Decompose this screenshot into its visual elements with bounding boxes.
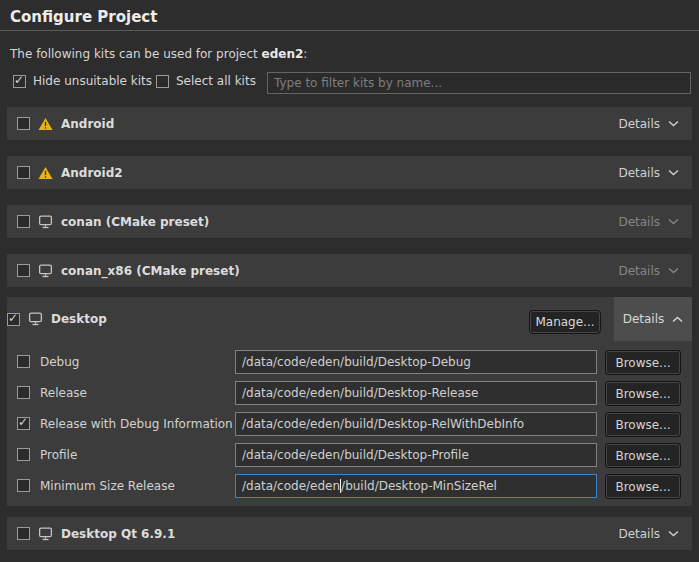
kit-checkbox[interactable]: [7, 313, 20, 326]
details-button[interactable]: Details: [605, 107, 692, 140]
chevron-down-icon: [668, 267, 679, 274]
build-config-label: Release with Debug Information: [40, 412, 233, 436]
desktop-icon: [38, 264, 53, 278]
build-config-row-profile: Profile Browse...: [7, 443, 692, 467]
kit-name: Android: [61, 117, 114, 131]
build-config-checkbox[interactable]: [17, 479, 30, 492]
details-label: Details: [618, 166, 660, 180]
details-label: Details: [623, 312, 665, 326]
desktop-icon: [28, 312, 43, 326]
page-title: Configure Project: [10, 8, 157, 26]
select-all-checkbox[interactable]: [156, 75, 169, 88]
browse-button[interactable]: Browse...: [605, 412, 681, 437]
desktop-icon: [38, 527, 53, 541]
kit-row-conan[interactable]: conan (CMake preset) Details: [7, 205, 692, 238]
kit-checkbox[interactable]: [17, 117, 30, 130]
build-dir-input-profile[interactable]: [235, 443, 597, 467]
chevron-down-icon: [668, 120, 679, 127]
kit-checkbox[interactable]: [17, 166, 30, 179]
kit-name: Desktop: [51, 312, 107, 326]
build-dir-input-debug[interactable]: [235, 350, 597, 374]
build-config-checkbox[interactable]: [17, 448, 30, 461]
kit-row-conan-x86[interactable]: conan_x86 (CMake preset) Details: [7, 254, 692, 287]
desktop-icon: [38, 215, 53, 229]
details-label: Details: [618, 215, 660, 229]
browse-button[interactable]: Browse...: [605, 381, 681, 406]
build-config-label: Release: [40, 381, 87, 405]
browse-button[interactable]: Browse...: [605, 474, 681, 499]
details-label: Details: [618, 527, 660, 541]
select-all-label: Select all kits: [176, 74, 256, 88]
build-config-row-debug: Debug Browse...: [7, 350, 692, 374]
project-name: eden2: [262, 47, 304, 61]
kit-row-android[interactable]: Android Details: [7, 107, 692, 140]
chevron-down-icon: [668, 169, 679, 176]
build-config-row-relwithdebinfo: Release with Debug Information Browse...: [7, 412, 692, 436]
kit-section-desktop: Desktop Manage... Details Debug Browse..…: [7, 297, 692, 506]
kit-row-desktop-qt-691[interactable]: Desktop Qt 6.9.1 Details: [7, 517, 692, 550]
manage-button[interactable]: Manage...: [529, 310, 601, 334]
build-config-checkbox[interactable]: [17, 355, 30, 368]
kit-name: conan (CMake preset): [61, 215, 209, 229]
details-button[interactable]: Details: [605, 156, 692, 189]
build-config-checkbox[interactable]: [17, 417, 30, 430]
browse-button[interactable]: Browse...: [605, 443, 681, 468]
build-dir-input-release[interactable]: [235, 381, 597, 405]
warning-icon: [38, 166, 53, 180]
build-config-label: Minimum Size Release: [40, 474, 175, 498]
intro-text-after: :: [303, 47, 307, 61]
kit-name: conan_x86 (CMake preset): [61, 264, 240, 278]
intro-text: The following kits can be used for proje…: [10, 47, 307, 61]
details-button-expanded[interactable]: Details: [614, 297, 692, 341]
details-button: Details: [605, 254, 692, 287]
kit-filter-input[interactable]: [267, 72, 691, 94]
chevron-down-icon: [668, 530, 679, 537]
path-text-after-caret: /build/Desktop-MinSizeRel: [341, 479, 497, 493]
kit-checkbox[interactable]: [17, 264, 30, 277]
path-text-before-caret: /data/code/eden: [242, 479, 340, 493]
build-dir-input-minsizerel[interactable]: /data/code/eden/build/Desktop-MinSizeRel: [235, 474, 597, 498]
kit-row-desktop[interactable]: Desktop Manage... Details: [7, 297, 692, 341]
browse-button[interactable]: Browse...: [605, 350, 681, 375]
kit-row-android2[interactable]: Android2 Details: [7, 156, 692, 189]
title-separator: [0, 30, 699, 31]
hide-unsuitable-kits-checkbox-group[interactable]: Hide unsuitable kits: [13, 74, 152, 88]
build-config-label: Debug: [40, 350, 79, 374]
build-config-label: Profile: [40, 443, 77, 467]
chevron-up-icon: [672, 316, 683, 323]
intro-text-before: The following kits can be used for proje…: [10, 47, 262, 61]
build-dir-input-relwithdebinfo[interactable]: [235, 412, 597, 436]
details-label: Details: [618, 264, 660, 278]
kit-checkbox[interactable]: [17, 527, 30, 540]
hide-unsuitable-label: Hide unsuitable kits: [33, 74, 152, 88]
build-config-checkbox[interactable]: [17, 386, 30, 399]
build-config-row-release: Release Browse...: [7, 381, 692, 405]
build-config-row-minsizerel: Minimum Size Release /data/code/eden/bui…: [7, 474, 692, 498]
details-label: Details: [618, 117, 660, 131]
select-all-kits-checkbox-group[interactable]: Select all kits: [156, 74, 256, 88]
kit-name: Android2: [61, 166, 123, 180]
details-button: Details: [605, 205, 692, 238]
warning-icon: [38, 117, 53, 131]
details-button[interactable]: Details: [605, 517, 692, 550]
kit-checkbox[interactable]: [17, 215, 30, 228]
chevron-down-icon: [668, 218, 679, 225]
hide-unsuitable-checkbox[interactable]: [13, 75, 26, 88]
configure-project-window: Configure Project The following kits can…: [0, 0, 699, 562]
kit-name: Desktop Qt 6.9.1: [61, 527, 175, 541]
